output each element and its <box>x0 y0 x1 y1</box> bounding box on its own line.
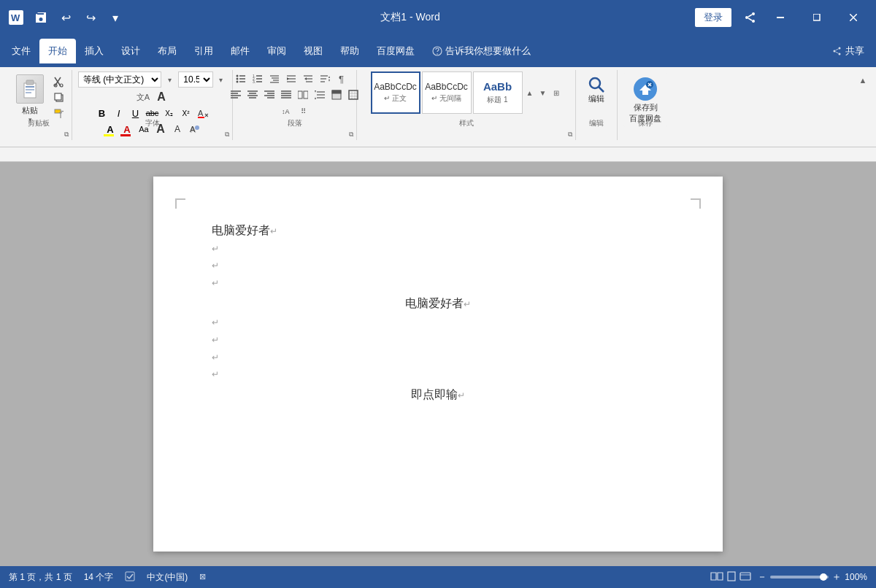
justify-btn[interactable] <box>278 88 294 102</box>
large-font-btn[interactable]: A <box>153 90 170 104</box>
svg-text:A: A <box>190 125 196 134</box>
menu-view[interactable]: 视图 <box>295 39 331 63</box>
paragraph-expand[interactable]: ⧉ <box>349 131 353 139</box>
font-name-select[interactable]: 等线 (中文正文) <box>78 71 161 88</box>
doc-line-6[interactable]: ↵ <box>212 315 664 331</box>
menu-share[interactable]: 共享 <box>823 39 873 63</box>
customize-quick-btn[interactable]: ▾ <box>105 7 126 28</box>
styles-more[interactable]: ⊞ <box>550 71 562 114</box>
edit-button[interactable]: 编辑 <box>582 73 611 107</box>
style-no-spacing[interactable]: AaBbCcDc ↵ 无间隔 <box>422 71 472 114</box>
clear-format-btn[interactable]: A <box>195 106 211 120</box>
corner-mark-tr <box>691 198 701 209</box>
svg-point-38 <box>195 125 199 130</box>
menu-design[interactable]: 设计 <box>112 39 149 63</box>
page-info[interactable]: 第 1 页，共 1 页 <box>9 571 72 584</box>
doc-line-8[interactable]: ↵ <box>212 350 664 366</box>
styles-scroll-up[interactable]: ▲ <box>524 71 536 114</box>
chinese-font-btn[interactable]: 文A <box>134 90 152 104</box>
underline-button[interactable]: U <box>128 106 144 120</box>
spell-check-icon[interactable]: ⊠ <box>199 571 211 584</box>
clipboard-group: 粘贴 ▾ 剪贴板 ⧉ <box>6 70 72 140</box>
increase-indent-btn[interactable] <box>300 71 316 86</box>
doc-line-5[interactable]: 电脑爱好者↵ <box>212 293 664 314</box>
svg-line-16 <box>836 49 839 50</box>
bullet-list-btn[interactable] <box>233 71 249 86</box>
minimize-button[interactable] <box>764 6 797 29</box>
style-heading1[interactable]: AaBb 标题 1 <box>473 71 523 114</box>
decrease-indent-btn[interactable] <box>283 71 299 86</box>
show-marks-btn[interactable]: ¶ <box>334 71 350 86</box>
text-effect-btn[interactable]: A <box>186 122 202 136</box>
menu-tell-me[interactable]: 告诉我你想要做什么 <box>423 39 539 63</box>
align-right-btn[interactable] <box>261 88 277 102</box>
doc-line-3[interactable]: ↵ <box>212 258 664 274</box>
clipboard-expand[interactable]: ⧉ <box>64 131 69 139</box>
document-page[interactable]: 电脑爱好者↵ ↵ ↵ ↵ 电脑爱好者↵ ↵ ↵ ↵ ↵ 即点即输↵ <box>153 177 723 552</box>
doc-line-1[interactable]: 电脑爱好者↵ <box>212 220 664 241</box>
text-direction-btn[interactable]: ↕A <box>278 104 294 118</box>
format-painter-button[interactable] <box>51 107 67 121</box>
read-view-btn[interactable] <box>710 571 723 584</box>
bold-button[interactable]: B <box>94 106 110 120</box>
save-quick-btn[interactable] <box>31 7 51 28</box>
svg-rect-84 <box>298 91 302 98</box>
line-spacing-btn[interactable] <box>312 88 328 102</box>
print-view-btn[interactable] <box>726 571 737 584</box>
multilevel-list-btn[interactable] <box>266 71 283 86</box>
asian-layout-btn[interactable]: ⠿ <box>295 104 311 118</box>
highlight-btn[interactable]: A <box>102 122 118 136</box>
font-size-select[interactable]: 10.5 <box>178 71 213 88</box>
copy-button[interactable] <box>51 90 67 105</box>
zoom-level[interactable]: 100% <box>845 572 867 582</box>
menu-file[interactable]: 文件 <box>3 39 39 63</box>
menu-help[interactable]: 帮助 <box>331 39 368 63</box>
doc-line-9[interactable]: ↵ <box>212 367 664 383</box>
superscript-button[interactable]: X² <box>178 106 194 120</box>
doc-line-4[interactable]: ↵ <box>212 276 664 292</box>
menu-baidu[interactable]: 百度网盘 <box>368 39 423 63</box>
menu-mail[interactable]: 邮件 <box>222 39 258 63</box>
column-btn[interactable] <box>295 88 311 102</box>
doc-line-10[interactable]: 即点即输↵ <box>212 384 664 406</box>
cut-button[interactable] <box>51 74 67 89</box>
restore-button[interactable] <box>800 6 834 29</box>
sort-btn[interactable] <box>317 71 333 86</box>
zoom-thumb <box>820 573 827 581</box>
font-name-dropdown[interactable]: ▾ <box>163 71 177 88</box>
align-left-btn[interactable] <box>228 88 244 102</box>
login-button[interactable]: 登录 <box>695 8 731 27</box>
italic-button[interactable]: I <box>111 106 127 120</box>
numbered-list-btn[interactable]: 1.2.3. <box>250 71 266 86</box>
track-changes-btn[interactable] <box>125 571 135 584</box>
menu-references[interactable]: 引用 <box>185 39 222 63</box>
zoom-slider[interactable] <box>770 576 829 579</box>
align-center-btn[interactable] <box>245 88 261 102</box>
menu-layout[interactable]: 布局 <box>149 39 185 63</box>
shading-btn[interactable] <box>328 88 345 102</box>
styles-scroll-down[interactable]: ▼ <box>537 71 549 114</box>
doc-line-7[interactable]: ↵ <box>212 333 664 349</box>
close-button[interactable] <box>837 6 870 29</box>
subscript-button[interactable]: X₂ <box>161 106 177 120</box>
undo-quick-btn[interactable]: ↩ <box>55 7 76 28</box>
font-expand[interactable]: ⧉ <box>225 131 229 139</box>
menu-home[interactable]: 开始 <box>39 39 76 63</box>
svg-text:3.: 3. <box>253 80 256 84</box>
menu-review[interactable]: 审阅 <box>258 39 295 63</box>
menu-insert[interactable]: 插入 <box>76 39 112 63</box>
styles-expand[interactable]: ⧉ <box>568 131 572 139</box>
font-size-down-btn[interactable]: A <box>169 122 185 136</box>
ribbon-collapse-btn[interactable]: ▲ <box>856 73 870 88</box>
web-view-btn[interactable] <box>739 571 751 584</box>
font-color-btn[interactable]: A <box>119 122 135 136</box>
style-normal[interactable]: AaBbCcDc ↵ 正文 <box>371 71 420 114</box>
zoom-out-btn[interactable]: － <box>757 570 767 584</box>
word-count[interactable]: 14 个字 <box>84 571 114 584</box>
doc-line-2[interactable]: ↵ <box>212 241 664 258</box>
font-size-dropdown[interactable]: ▾ <box>215 71 226 88</box>
svg-point-12 <box>437 53 438 55</box>
language[interactable]: 中文(中国) <box>147 571 188 584</box>
redo-quick-btn[interactable]: ↪ <box>80 7 101 28</box>
zoom-in-btn[interactable]: ＋ <box>831 570 842 584</box>
